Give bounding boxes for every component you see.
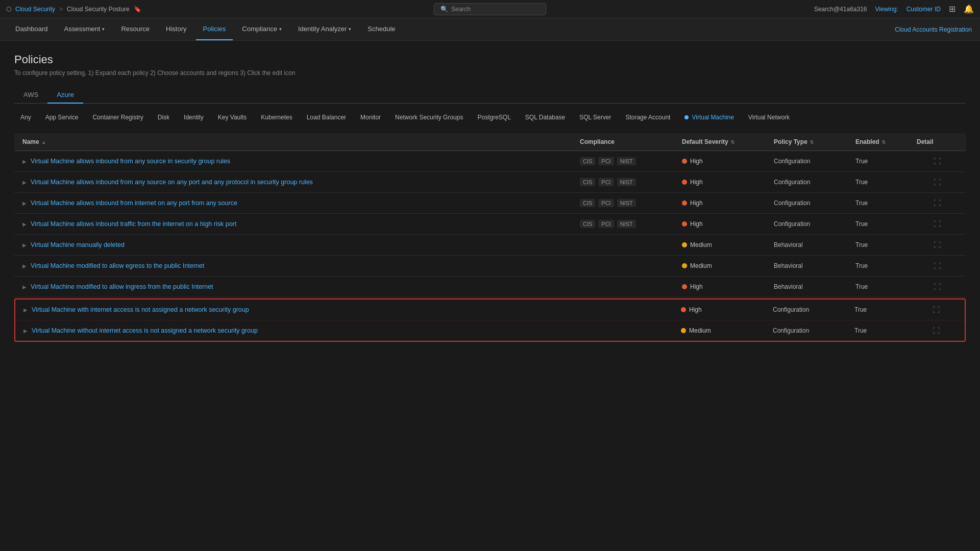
expand-arrow-icon[interactable]: ▶ bbox=[22, 242, 27, 248]
grid-icon[interactable]: ⊞ bbox=[949, 4, 955, 14]
expand-detail-icon[interactable]: ⛶ bbox=[934, 178, 941, 186]
tab-azure[interactable]: Azure bbox=[47, 87, 83, 104]
filter-bar: Any App Service Container Registry Disk … bbox=[14, 112, 966, 123]
filter-network-security-groups[interactable]: Network Security Groups bbox=[389, 112, 469, 123]
filter-storage-account[interactable]: Storage Account bbox=[619, 112, 676, 123]
policies-table: Name ▲ Compliance Default Severity ⇅ Pol… bbox=[14, 133, 966, 342]
expand-detail-icon[interactable]: ⛶ bbox=[934, 157, 941, 165]
detail-icon[interactable]: ⛶ bbox=[917, 283, 958, 291]
table-row-inner: ▶Virtual Machine manually deletedMediumB… bbox=[14, 235, 966, 255]
row-name-cell[interactable]: ▶Virtual Machine modified to allow egres… bbox=[22, 262, 580, 269]
section-label: Cloud Security Posture bbox=[67, 6, 130, 13]
search-box[interactable]: 🔍 Search bbox=[434, 3, 546, 15]
detail-icon[interactable]: ⛶ bbox=[917, 199, 958, 207]
enabled-cell: True bbox=[855, 262, 917, 269]
row-name-cell[interactable]: ▶Virtual Machine with internet access is… bbox=[23, 306, 579, 313]
filter-virtual-machine-label: Virtual Machine bbox=[692, 114, 734, 121]
cloud-accounts-link[interactable]: Cloud Accounts Registration bbox=[895, 26, 972, 33]
filter-virtual-machine[interactable]: Virtual Machine bbox=[678, 112, 740, 123]
th-policy-type[interactable]: Policy Type ⇅ bbox=[774, 138, 855, 145]
expand-detail-icon[interactable]: ⛶ bbox=[934, 241, 941, 249]
row-name-cell[interactable]: ▶Virtual Machine allows inbound from any… bbox=[22, 158, 580, 165]
detail-icon[interactable]: ⛶ bbox=[917, 262, 958, 270]
row-name-cell[interactable]: ▶Virtual Machine modified to allow ingre… bbox=[22, 283, 580, 290]
filter-container-registry[interactable]: Container Registry bbox=[86, 112, 149, 123]
th-default-severity[interactable]: Default Severity ⇅ bbox=[682, 138, 774, 145]
tab-aws[interactable]: AWS bbox=[14, 87, 47, 104]
name-sort-icon: ▲ bbox=[41, 139, 46, 145]
row-name-cell[interactable]: ▶Virtual Machine allows inbound from any… bbox=[22, 179, 580, 186]
row-name-cell[interactable]: ▶Virtual Machine allows inbound traffic … bbox=[22, 220, 580, 228]
expand-arrow-icon[interactable]: ▶ bbox=[23, 307, 28, 313]
policy-name-label: Virtual Machine manually deleted bbox=[31, 241, 125, 248]
detail-icon[interactable]: ⛶ bbox=[916, 327, 957, 335]
expand-arrow-icon[interactable]: ▶ bbox=[23, 328, 28, 334]
th-name[interactable]: Name ▲ bbox=[22, 138, 580, 145]
expand-arrow-icon[interactable]: ▶ bbox=[22, 159, 27, 164]
expand-arrow-icon[interactable]: ▶ bbox=[22, 221, 27, 227]
table-row-inner: ▶Virtual Machine without internet access… bbox=[15, 320, 965, 341]
expand-arrow-icon[interactable]: ▶ bbox=[22, 284, 27, 290]
filter-app-service[interactable]: App Service bbox=[39, 112, 85, 123]
expand-arrow-icon[interactable]: ▶ bbox=[22, 263, 27, 269]
navbar: Dashboard Assessment ▾ Resource History … bbox=[0, 18, 980, 41]
row-name-cell[interactable]: ▶Virtual Machine without internet access… bbox=[23, 327, 579, 334]
nav-item-dashboard[interactable]: Dashboard bbox=[8, 18, 55, 40]
assessment-chevron-icon: ▾ bbox=[102, 27, 105, 32]
filter-monitor[interactable]: Monitor bbox=[354, 112, 387, 123]
enabled-cell: True bbox=[855, 158, 917, 165]
nav-label-identity-analyzer: Identity Analyzer bbox=[298, 25, 347, 33]
bell-icon[interactable]: 🔔 bbox=[964, 4, 974, 14]
filter-any[interactable]: Any bbox=[14, 112, 37, 123]
filter-postgresql[interactable]: PostgreSQL bbox=[471, 112, 517, 123]
nav-item-resource[interactable]: Resource bbox=[114, 18, 157, 40]
severity-label: High bbox=[690, 179, 703, 186]
th-name-label: Name bbox=[22, 138, 39, 145]
detail-icon[interactable]: ⛶ bbox=[917, 178, 958, 186]
filter-load-balancer[interactable]: Load Balancer bbox=[301, 112, 352, 123]
detail-icon[interactable]: ⛶ bbox=[916, 306, 957, 314]
detail-icon[interactable]: ⛶ bbox=[917, 220, 958, 228]
nav-item-schedule[interactable]: Schedule bbox=[360, 18, 402, 40]
filter-disk[interactable]: Disk bbox=[152, 112, 176, 123]
policy-name-label: Virtual Machine allows inbound traffic f… bbox=[31, 220, 236, 228]
filter-identity[interactable]: Identity bbox=[178, 112, 210, 123]
detail-icon[interactable]: ⛶ bbox=[917, 157, 958, 165]
bookmark-icon[interactable]: 🔖 bbox=[134, 6, 141, 13]
filter-sql-server[interactable]: SQL Server bbox=[573, 112, 617, 123]
customer-dropdown[interactable]: Customer ID bbox=[906, 6, 941, 13]
severity-dot-icon bbox=[682, 180, 687, 185]
nav-item-assessment[interactable]: Assessment ▾ bbox=[57, 18, 112, 40]
table-rows-highlighted: ▶Virtual Machine with internet access is… bbox=[14, 298, 966, 342]
policy-type-cell: Behavioral bbox=[774, 283, 855, 290]
enabled-cell: True bbox=[855, 179, 917, 186]
expand-detail-icon[interactable]: ⛶ bbox=[934, 262, 941, 270]
enabled-cell: True bbox=[855, 241, 917, 248]
nav-item-policies[interactable]: Policies bbox=[196, 18, 233, 40]
expand-detail-icon[interactable]: ⛶ bbox=[933, 306, 940, 314]
expand-detail-icon[interactable]: ⛶ bbox=[933, 327, 940, 335]
expand-detail-icon[interactable]: ⛶ bbox=[934, 283, 941, 291]
table-row-inner: ▶Virtual Machine allows inbound traffic … bbox=[14, 214, 966, 234]
filter-virtual-network[interactable]: Virtual Network bbox=[742, 112, 796, 123]
row-name-cell[interactable]: ▶Virtual Machine allows inbound from int… bbox=[22, 199, 580, 207]
th-enabled[interactable]: Enabled ⇅ bbox=[855, 138, 917, 145]
filter-kubernetes[interactable]: Kubernetes bbox=[255, 112, 298, 123]
th-enabled-label: Enabled bbox=[855, 138, 879, 145]
nav-item-history[interactable]: History bbox=[159, 18, 193, 40]
brand-label[interactable]: Cloud Security bbox=[15, 6, 55, 13]
nav-item-identity-analyzer[interactable]: Identity Analyzer ▾ bbox=[291, 18, 358, 40]
user-label: Search@41a6a316 bbox=[814, 6, 867, 13]
expand-arrow-icon[interactable]: ▶ bbox=[22, 180, 27, 185]
nav-label-compliance: Compliance bbox=[242, 25, 277, 33]
nav-item-compliance[interactable]: Compliance ▾ bbox=[235, 18, 289, 40]
compliance-badge: NIST bbox=[617, 178, 636, 186]
expand-arrow-icon[interactable]: ▶ bbox=[22, 201, 27, 206]
filter-key-vaults[interactable]: Key Vaults bbox=[212, 112, 253, 123]
filter-sql-database[interactable]: SQL Database bbox=[519, 112, 571, 123]
row-name-cell[interactable]: ▶Virtual Machine manually deleted bbox=[22, 241, 580, 248]
detail-icon[interactable]: ⛶ bbox=[917, 241, 958, 249]
expand-detail-icon[interactable]: ⛶ bbox=[934, 220, 941, 228]
severity-dot-icon bbox=[682, 263, 687, 268]
expand-detail-icon[interactable]: ⛶ bbox=[934, 199, 941, 207]
